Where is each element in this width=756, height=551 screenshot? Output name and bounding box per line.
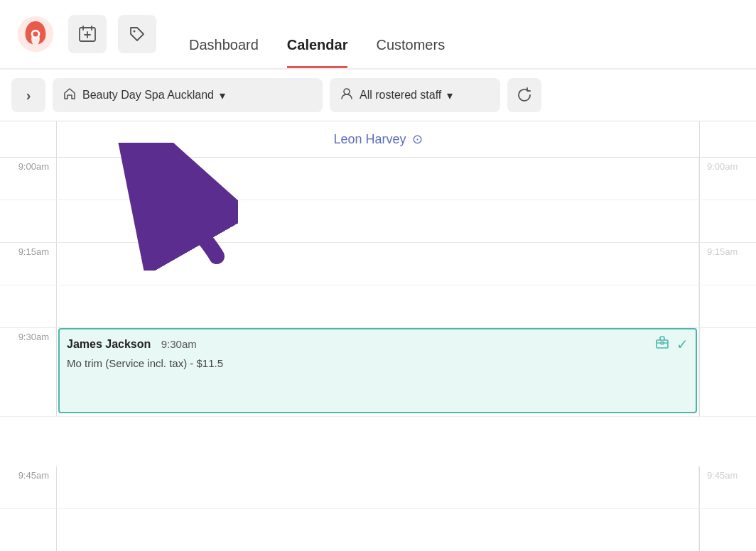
location-dropdown[interactable]: Beauty Day Spa Auckland ▾ [53,78,323,112]
tag-button[interactable] [118,15,156,53]
staff-column-header: Leon Harvey ⊙ [57,121,699,157]
appt-name-time: James Jackson 9:30am [67,338,197,351]
cell-900[interactable] [57,158,699,200]
time-label-900: 9:00am [0,158,57,200]
cell-930[interactable]: James Jackson 9:30am [57,328,699,420]
staff-name-label: Leon Harvey [333,132,406,147]
time-label-right-930 [699,328,756,416]
nav-forward-button[interactable]: › [11,78,45,112]
staff-dropdown-arrow: ▾ [447,89,453,102]
svg-point-8 [134,31,136,33]
svg-point-2 [33,31,38,36]
appointment-actions: ✓ [655,335,688,353]
header: Dashboard Calendar Customers [0,0,756,70]
time-row-950 [0,509,756,551]
time-gutter-header-right [699,121,756,157]
time-label-905 [0,200,57,242]
add-appointment-button[interactable] [68,15,107,53]
time-row-920 [0,285,756,328]
appointment-time: 9:30am [161,338,197,350]
nav-customers[interactable]: Customers [376,37,445,68]
time-label-right-920 [699,285,756,327]
time-label-915: 9:15am [0,243,57,285]
staff-header-row: Leon Harvey ⊙ [0,121,756,158]
nav-calendar[interactable]: Calendar [287,37,348,68]
appointment-box-icon[interactable] [655,335,669,353]
main-nav: Dashboard Calendar Customers [189,0,445,68]
cell-945[interactable] [57,467,699,508]
home-icon [63,87,77,104]
time-label-930: 9:30am [0,328,57,416]
time-row-930: 9:30am James Jackson 9:30am [0,328,756,417]
staff-dropdown[interactable]: All rostered staff ▾ [330,78,500,112]
location-dropdown-arrow: ▾ [220,89,225,102]
time-row-945: 9:45am 9:45am [0,467,756,509]
person-icon [340,87,354,104]
appointment-check-icon[interactable]: ✓ [676,336,688,353]
time-row-915: 9:15am 9:15am [0,243,756,285]
toolbar: › Beauty Day Spa Auckland ▾ All rostered… [0,70,756,121]
appointment-customer-name: James Jackson [67,338,151,350]
time-row-905 [0,200,756,243]
refresh-button[interactable] [507,78,541,112]
time-label-right-950 [699,509,756,551]
appointment-service: Mo trim (Service incl. tax) - $11.5 [67,357,688,369]
staff-label: All rostered staff [360,89,441,102]
clock-icon: ⊙ [412,131,423,147]
time-label-945: 9:45am [0,467,57,508]
time-row-900: 9:00am 9:00am [0,158,756,200]
appointment-card[interactable]: James Jackson 9:30am [58,328,697,413]
time-label-right-915: 9:15am [699,243,756,285]
cell-905[interactable] [57,200,699,242]
time-label-right-945: 9:45am [699,467,756,508]
time-gutter-header [0,121,57,157]
cell-915[interactable] [57,243,699,285]
time-label-right-905 [699,200,756,242]
calendar-area: Leon Harvey ⊙ 9:00am 9:00am 9:15am 9:15a… [0,121,756,551]
app-logo [14,13,57,55]
time-label-950 [0,509,57,551]
cell-920[interactable] [57,285,699,327]
time-label-right-900: 9:00am [699,158,756,200]
time-slots: 9:00am 9:00am 9:15am 9:15am 9:30am [0,158,756,551]
nav-dashboard[interactable]: Dashboard [189,37,259,68]
cell-950[interactable] [57,509,699,551]
svg-point-9 [344,89,350,94]
location-label: Beauty Day Spa Auckland [82,89,214,102]
time-label-920 [0,285,57,327]
